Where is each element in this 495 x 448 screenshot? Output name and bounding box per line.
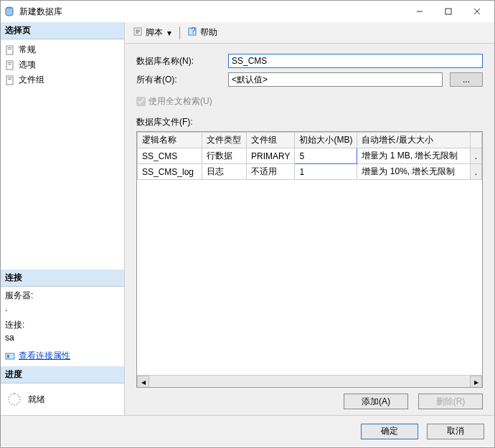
svg-text:?: ? <box>191 27 196 36</box>
page-list: 常规 选项 文件组 <box>1 39 124 90</box>
svg-rect-6 <box>8 47 11 48</box>
help-label: 帮助 <box>200 27 217 39</box>
fulltext-check-input <box>136 97 146 106</box>
cell-size[interactable]: 5 <box>295 148 357 164</box>
scroll-left-arrow-icon[interactable]: ◂ <box>137 376 149 388</box>
col-init-size[interactable]: 初始大小(MB) <box>295 133 357 148</box>
cell-ellipsis-button[interactable]: . <box>470 164 481 180</box>
dropdown-arrow-icon: ▾ <box>167 28 171 38</box>
page-icon <box>5 60 15 70</box>
scroll-track[interactable] <box>149 376 470 387</box>
fulltext-checkbox: 使用全文检索(U) <box>136 95 483 108</box>
spinner-icon <box>8 393 21 406</box>
svg-rect-7 <box>8 49 11 49</box>
view-connection-props-link[interactable]: 查看连接属性 <box>19 350 70 362</box>
minimize-button[interactable] <box>405 1 434 22</box>
left-panel: 选择页 常规 选项 文件组 连接 服务器: . 连接: sa 查看连接 <box>1 22 125 415</box>
svg-rect-15 <box>7 355 9 358</box>
connection-header: 连接 <box>1 270 124 287</box>
col-file-type[interactable]: 文件类型 <box>202 133 247 148</box>
toolbar: 脚本 ▾ ? 帮助 <box>125 22 494 44</box>
cell-growth[interactable]: 增量为 1 MB, 增长无限制 <box>357 148 470 164</box>
progress-header: 进度 <box>1 366 124 383</box>
page-item-label: 常规 <box>19 44 36 56</box>
page-icon <box>5 75 15 85</box>
cell-type[interactable]: 行数据 <box>202 148 247 164</box>
files-grid[interactable]: 逻辑名称 文件类型 文件组 初始大小(MB) 自动增长/最大大小 SS_CMS … <box>136 131 483 388</box>
script-button[interactable]: 脚本 ▾ <box>131 25 174 40</box>
horizontal-scrollbar[interactable]: ◂ ▸ <box>137 375 482 387</box>
owner-input[interactable] <box>228 72 443 87</box>
select-page-header: 选择页 <box>1 22 124 39</box>
remove-button[interactable]: 删除(R) <box>418 394 483 409</box>
page-item-label: 选项 <box>19 59 36 71</box>
server-label: 服务器: <box>5 290 120 302</box>
cancel-button[interactable]: 取消 <box>427 424 484 439</box>
svg-rect-13 <box>8 79 11 80</box>
table-row[interactable]: SS_CMS_log 日志 不适用 1 增量为 10%, 增长无限制 . <box>138 164 482 180</box>
cell-name[interactable]: SS_CMS_log <box>138 164 202 180</box>
owner-browse-button[interactable]: ... <box>450 72 483 87</box>
dialog-buttons: 确定 取消 <box>1 415 494 447</box>
db-files-label: 数据库文件(F): <box>136 116 483 128</box>
conn-label: 连接: <box>5 319 120 331</box>
svg-rect-14 <box>6 353 14 359</box>
col-logical-name[interactable]: 逻辑名称 <box>138 133 202 148</box>
fulltext-label: 使用全文检索(U) <box>148 95 212 108</box>
maximize-button[interactable] <box>434 1 463 22</box>
add-button[interactable]: 添加(A) <box>344 394 408 409</box>
ok-button[interactable]: 确定 <box>361 424 418 439</box>
svg-rect-5 <box>6 46 13 54</box>
svg-rect-10 <box>8 64 11 65</box>
toolbar-separator <box>179 27 180 39</box>
cell-group[interactable]: 不适用 <box>247 164 295 180</box>
progress-section: 就绪 <box>1 383 124 415</box>
svg-rect-2 <box>446 9 451 14</box>
page-item-label: 文件组 <box>19 74 44 86</box>
connection-info: 服务器: . 连接: sa 查看连接属性 <box>1 287 124 366</box>
close-button[interactable] <box>463 1 491 22</box>
page-icon <box>5 45 15 55</box>
server-value: . <box>5 303 120 313</box>
script-label: 脚本 <box>146 27 163 39</box>
db-name-label: 数据库名称(N): <box>136 55 228 67</box>
cell-type[interactable]: 日志 <box>202 164 247 180</box>
table-row[interactable]: SS_CMS 行数据 PRIMARY 5 增量为 1 MB, 增长无限制 . <box>138 148 482 164</box>
progress-status: 就绪 <box>28 394 45 406</box>
svg-rect-12 <box>8 77 11 78</box>
help-button[interactable]: ? 帮助 <box>185 25 220 40</box>
right-panel: 脚本 ▾ ? 帮助 数据库名称(N): 所有者(O): ... 使用全文检索(U… <box>125 22 494 415</box>
col-extra <box>470 133 481 148</box>
cell-size[interactable]: 1 <box>295 164 357 180</box>
page-item-filegroups[interactable]: 文件组 <box>5 72 120 87</box>
svg-rect-9 <box>8 62 11 63</box>
cell-growth[interactable]: 增量为 10%, 增长无限制 <box>357 164 470 180</box>
page-item-general[interactable]: 常规 <box>5 42 120 57</box>
db-name-input[interactable] <box>228 54 483 68</box>
cell-ellipsis-button[interactable]: . <box>470 148 481 164</box>
svg-rect-11 <box>6 76 13 85</box>
script-icon <box>133 27 143 39</box>
scroll-right-arrow-icon[interactable]: ▸ <box>470 376 482 388</box>
title-bar: 新建数据库 <box>1 1 494 22</box>
help-icon: ? <box>188 27 198 39</box>
owner-label: 所有者(O): <box>136 74 228 86</box>
cell-name[interactable]: SS_CMS <box>138 148 202 164</box>
page-item-options[interactable]: 选项 <box>5 57 120 72</box>
connection-icon <box>5 351 15 361</box>
col-autogrowth[interactable]: 自动增长/最大大小 <box>357 133 470 148</box>
window-title: 新建数据库 <box>19 6 405 18</box>
conn-value: sa <box>5 333 120 343</box>
svg-rect-8 <box>6 61 13 70</box>
database-icon <box>4 6 15 17</box>
cell-group[interactable]: PRIMARY <box>247 148 295 164</box>
col-filegroup[interactable]: 文件组 <box>247 133 295 148</box>
